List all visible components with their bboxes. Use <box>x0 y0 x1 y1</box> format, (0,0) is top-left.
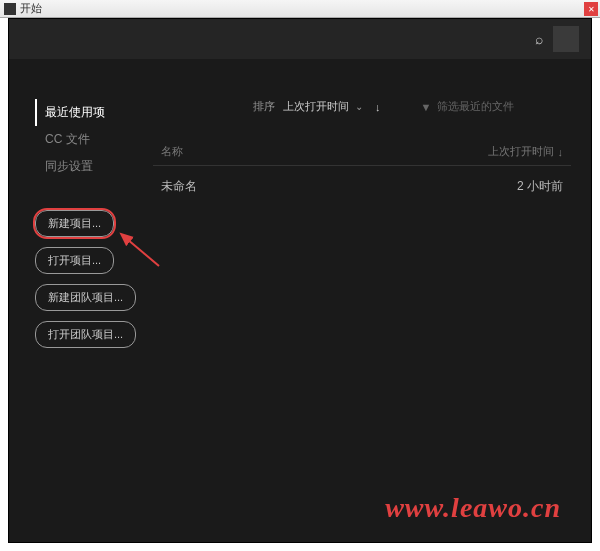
filter-input[interactable]: 筛选最近的文件 <box>437 99 514 114</box>
divider <box>153 165 571 166</box>
new-project-button[interactable]: 新建项目... <box>35 210 114 237</box>
watermark: www.leawo.cn <box>385 492 561 524</box>
app-icon <box>4 3 16 15</box>
close-button[interactable]: ✕ <box>584 2 598 16</box>
open-team-project-button[interactable]: 打开团队项目... <box>35 321 136 348</box>
new-team-project-button[interactable]: 新建团队项目... <box>35 284 136 311</box>
search-icon[interactable]: ⌕ <box>535 31 543 47</box>
table-row[interactable]: 未命名 2 小时前 <box>153 174 571 199</box>
sort-arrow-icon: ↓ <box>558 146 564 158</box>
account-box[interactable] <box>553 26 579 52</box>
window-title: 开始 <box>20 1 42 16</box>
sort-label: 排序 <box>253 99 275 114</box>
app-header: ⌕ <box>9 19 591 59</box>
chevron-down-icon[interactable]: ⌄ <box>355 101 363 112</box>
open-project-button[interactable]: 打开项目... <box>35 247 114 274</box>
sidebar-item-sync[interactable]: 同步设置 <box>35 153 149 180</box>
sort-direction-icon[interactable]: ↓ <box>375 101 381 113</box>
column-name[interactable]: 名称 <box>161 144 183 159</box>
sort-filter-row: 排序 上次打开时间 ⌄ ↓ ▼ 筛选最近的文件 <box>153 99 571 114</box>
sidebar-nav: 最近使用项 CC 文件 同步设置 <box>35 99 149 180</box>
main-panel: 排序 上次打开时间 ⌄ ↓ ▼ 筛选最近的文件 名称 上次打开时间 ↓ 未命 <box>149 99 571 542</box>
titlebar: 开始 ✕ <box>0 0 600 18</box>
sidebar-item-cc-files[interactable]: CC 文件 <box>35 126 149 153</box>
row-time: 2 小时前 <box>517 178 563 195</box>
column-time[interactable]: 上次打开时间 ↓ <box>488 144 564 159</box>
app-body: ⌕ 最近使用项 CC 文件 同步设置 新建项目... 打开项目... 新建团队项… <box>8 18 592 543</box>
row-name: 未命名 <box>161 178 197 195</box>
sidebar-item-recent[interactable]: 最近使用项 <box>35 99 149 126</box>
sidebar: 最近使用项 CC 文件 同步设置 新建项目... 打开项目... 新建团队项目.… <box>29 99 149 542</box>
app-window: 开始 ✕ ⌕ 最近使用项 CC 文件 同步设置 新建项目... 打开项目... … <box>0 0 600 551</box>
content-area: 最近使用项 CC 文件 同步设置 新建项目... 打开项目... 新建团队项目.… <box>9 59 591 542</box>
filter-icon[interactable]: ▼ <box>421 101 432 113</box>
sort-dropdown[interactable]: 上次打开时间 <box>283 99 349 114</box>
table-header: 名称 上次打开时间 ↓ <box>153 144 571 165</box>
